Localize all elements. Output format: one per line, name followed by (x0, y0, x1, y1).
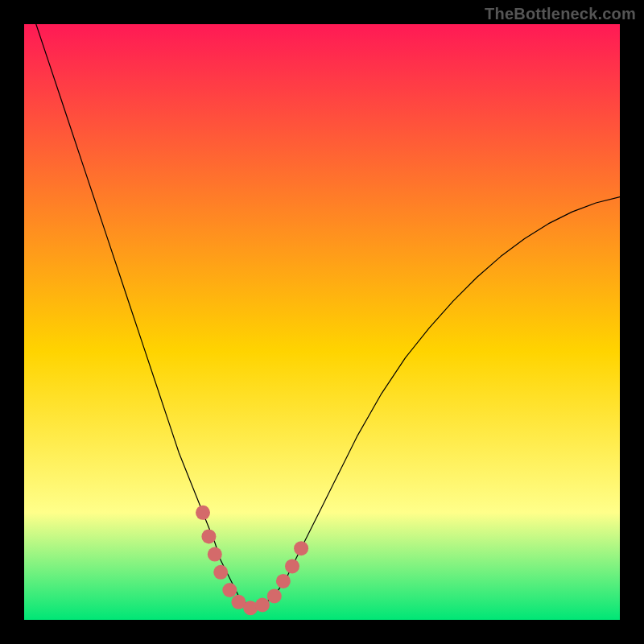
marker-point (267, 588, 282, 603)
marker-point (255, 598, 270, 613)
marker-point (201, 529, 216, 543)
plot-area (24, 24, 620, 620)
marker-point (285, 559, 299, 573)
marker-point (276, 574, 291, 588)
marker-point (213, 565, 228, 580)
marker-point (294, 541, 308, 555)
marker-point (208, 547, 222, 562)
marker-point (196, 506, 210, 520)
attribution-text: TheBottleneck.com (485, 5, 636, 23)
bottleneck-chart (24, 24, 620, 620)
marker-point (222, 583, 237, 597)
chart-frame: TheBottleneck.com (0, 0, 644, 644)
gradient-background (24, 24, 620, 620)
